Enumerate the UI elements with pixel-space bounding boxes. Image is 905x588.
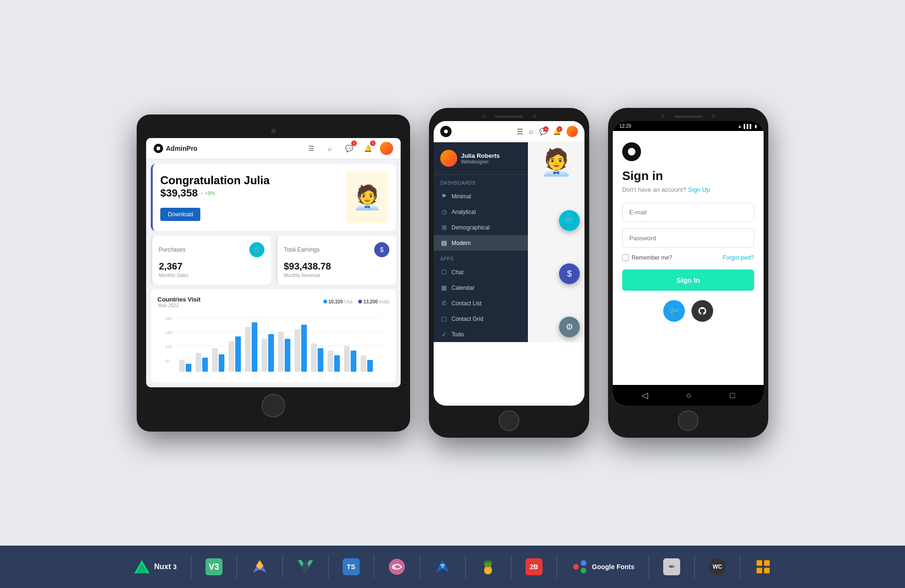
chat-label: Chat [452,269,463,276]
remember-checkbox[interactable] [622,254,629,261]
front-sensor [533,114,536,118]
twitter-login-button[interactable]: 🐦 [663,300,685,322]
sidebar-item-calendar[interactable]: ▦ Calendar [434,280,528,295]
user-avatar[interactable] [380,142,393,155]
calendar-label: Calendar [452,285,475,291]
sidebar-item-todo[interactable]: ✓ Todo [434,327,528,342]
home-button[interactable]: ○ [686,391,691,400]
footer-ts[interactable]: TS [343,558,360,575]
phone-notification-icon[interactable]: 🔔1 [553,128,561,135]
svg-rect-19 [268,334,274,372]
footer-pinia[interactable]: 🍍 [480,558,497,575]
status-bar: 12:29 ▲ ▌▌▌ ▮ [613,121,764,131]
tablet-camera [271,129,276,133]
nuxt-icon [133,558,150,575]
message-icon[interactable]: 💬 1 [342,142,355,155]
earnings-icon: $ [374,242,389,257]
svg-rect-30 [361,355,366,372]
phone-search-icon[interactable]: ⌕ [529,127,534,136]
svg-point-44 [581,568,586,573]
sidebar-user: Julia Roberts Webdesigner [434,142,528,175]
footer-v3[interactable]: V3 [206,558,222,575]
back-button[interactable]: ◁ [642,390,648,400]
search-icon[interactable]: ⌕ [323,142,337,155]
sidebar-item-chat[interactable]: ☐ Chat [434,264,528,280]
wifi-icon: ▲ [738,124,742,129]
divider-3 [282,555,283,579]
signin-app-logo [622,142,641,161]
password-input[interactable] [622,229,754,248]
footer-quill[interactable]: ✒ [663,558,680,575]
download-button[interactable]: Download [160,208,200,221]
footer-vuetify[interactable] [434,558,451,575]
footer-vue[interactable] [297,558,314,575]
floating-dollar-icon[interactable]: $ [559,263,580,284]
sidebar-item-contact-list[interactable]: ✆ Contact List [434,295,528,311]
form-options-row: Remember me? Forgot pwd? [622,254,754,261]
email-input[interactable] [622,203,754,222]
notification-icon[interactable]: 🔔 1 [361,142,374,155]
phone-menu-icon[interactable]: ☰ [517,127,523,136]
todo-icon: ✓ [440,331,448,338]
tablet-home-button[interactable] [262,394,285,417]
svg-rect-12 [212,348,218,372]
footer-vite[interactable] [251,558,268,575]
floating-settings-icon[interactable]: ⚙ [559,317,580,337]
footer-wc[interactable]: WC [709,558,726,575]
svg-rect-17 [252,322,257,372]
analytical-icon: ◷ [440,208,448,215]
earnings-card: Total Earnings $ $93,438.78 Monthly Reve… [276,236,396,285]
phone-logo-icon [440,126,452,137]
sidebar-item-contact-grid[interactable]: ▢ Contact Grid [434,311,528,327]
purchases-value: 2,367 [159,261,264,272]
v3-icon: V3 [206,558,222,575]
footer-2b[interactable]: 2B [526,558,543,575]
svg-rect-13 [219,354,224,372]
forgot-password-link[interactable]: Forgot pwd? [723,254,754,261]
divider-12 [740,555,740,579]
vue-icon [297,558,314,575]
phone2-home-button[interactable] [678,410,699,431]
footer-sass[interactable]: S [388,558,405,575]
footer-tech-bar: Nuxt 3 V3 TS [0,546,905,588]
sidebar-user-role: Webdesigner [461,159,500,164]
purchases-card: Purchases 🛒 2,367 Monthly Sales [151,236,271,285]
modern-label: Modern [452,240,471,246]
phone2-sensor [712,114,716,118]
svg-rect-8 [179,360,185,372]
phone-message-icon[interactable]: 💬1 [539,128,547,135]
signin-button[interactable]: Sign In [622,270,754,291]
recents-button[interactable]: □ [730,391,735,400]
ts-icon: TS [343,558,360,575]
footer-grid[interactable] [755,558,772,575]
sidebar-item-analytical[interactable]: ◷ Analytical [434,204,528,220]
signup-link[interactable]: Sign Up [688,186,710,193]
purchases-title: Purchases [159,246,186,253]
github-login-button[interactable] [691,300,713,322]
divider-5 [374,555,374,579]
menu-icon[interactable]: ☰ [304,142,318,155]
sidebar-item-minimal[interactable]: ⚑ Minimal [434,188,528,204]
sidebar-item-demographical[interactable]: ⊞ Demographical [434,220,528,235]
phone-home-button[interactable] [499,410,519,431]
svg-marker-37 [302,560,309,573]
contact-list-label: Contact List [452,300,481,307]
welcome-title: Congratulation Julia [160,174,270,187]
svg-rect-11 [202,358,208,372]
phone-user-avatar[interactable] [567,126,578,137]
divider-7 [465,555,466,579]
phone-device-signin: 12:29 ▲ ▌▌▌ ▮ Sign in Don't have an acco… [608,108,768,438]
footer-google-fonts[interactable]: Google Fonts [571,558,634,575]
minimal-label: Minimal [452,193,471,200]
footer-nuxt[interactable]: Nuxt 3 [133,558,177,575]
floating-cart-icon[interactable]: 🛒 [559,210,580,231]
svg-rect-23 [301,325,307,372]
svg-rect-22 [295,329,300,372]
contact-grid-icon: ▢ [440,315,448,322]
bar-chart-svg: 240 180 120 60 [157,313,389,374]
contact-list-icon: ✆ [440,300,448,307]
character-illustration: 🧑‍💼 [346,172,388,223]
sidebar-item-modern[interactable]: ▤ Modern [434,235,528,251]
app-name: AdminPro [166,145,197,152]
status-time: 12:29 [619,123,631,129]
